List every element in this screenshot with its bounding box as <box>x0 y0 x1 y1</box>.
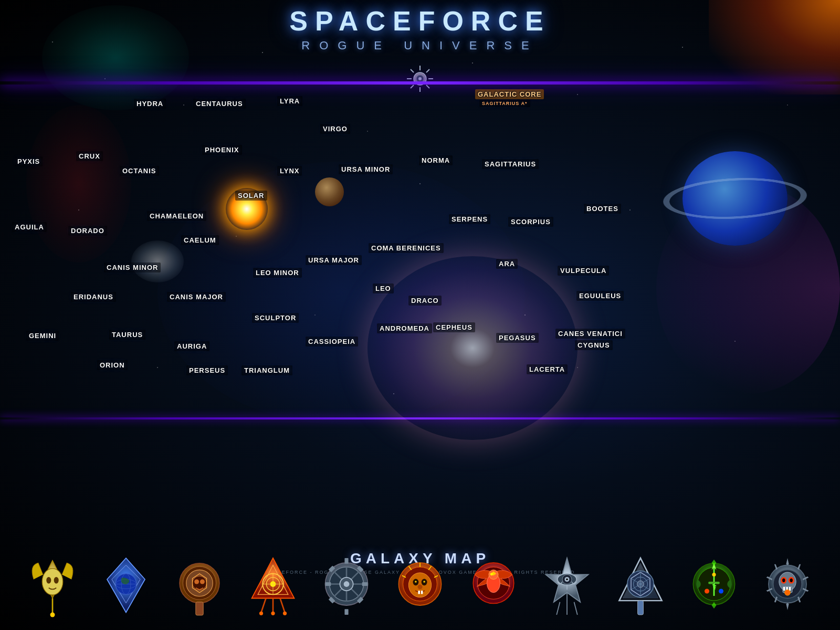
svg-line-37 <box>261 598 266 613</box>
faction-icon-1[interactable] <box>21 547 84 626</box>
faction-icon-6[interactable] <box>388 547 452 626</box>
svg-rect-29 <box>196 602 203 615</box>
svg-point-108 <box>719 589 723 594</box>
label-orion: ORION <box>97 360 128 370</box>
label-perseus: PERSEUS <box>186 365 228 375</box>
planet-small <box>315 177 344 206</box>
label-crux: CRUX <box>76 151 103 161</box>
svg-rect-128 <box>783 587 785 591</box>
faction-icon-9[interactable] <box>609 547 672 626</box>
svg-rect-98 <box>638 601 644 615</box>
svg-point-2 <box>418 77 422 80</box>
label-virgo: VIRGO <box>320 124 350 134</box>
label-galactic-core: GALACTIC CORE <box>475 89 544 99</box>
label-hydra: HYDRA <box>134 99 166 109</box>
faction-icon-4[interactable] <box>242 547 304 626</box>
label-octanis: OCTANIS <box>120 166 159 176</box>
label-vulpecula: VULPECULA <box>558 266 609 276</box>
label-pyxis: PYXIS <box>15 156 43 166</box>
label-pegasus: PEGASUS <box>496 333 539 343</box>
main-container: SPACEFORCE ROGUE UNIVERSE <box>0 0 840 630</box>
svg-point-13 <box>46 577 51 584</box>
svg-point-70 <box>423 581 425 583</box>
label-taurus: TAURUS <box>109 330 145 340</box>
label-caelum: CAELUM <box>181 235 219 245</box>
title-area: SPACEFORCE ROGUE UNIVERSE <box>0 5 840 52</box>
main-title: SPACEFORCE <box>0 5 840 37</box>
faction-icon-2[interactable] <box>94 547 158 626</box>
label-canis-minor: CANIS MINOR <box>104 262 161 272</box>
svg-point-42 <box>283 612 287 615</box>
label-solar: SOLAR <box>235 191 267 201</box>
label-gemini: GEMINI <box>26 331 59 341</box>
label-lacerta: LACERTA <box>527 364 568 374</box>
galaxy-map-section: GALAXY MAP SPACEFORCE - ROGUE UNIVERSE G… <box>0 525 840 630</box>
planet-ring <box>646 171 824 225</box>
faction-icon-3[interactable] <box>168 547 231 626</box>
planet-saturn <box>682 151 788 246</box>
label-norma: NORMA <box>419 155 453 165</box>
sub-title: ROGUE UNIVERSE <box>0 39 840 52</box>
svg-rect-72 <box>418 591 420 594</box>
label-cygnus: CYGNUS <box>575 340 613 350</box>
svg-point-131 <box>785 590 791 595</box>
svg-point-84 <box>566 579 568 581</box>
svg-point-69 <box>415 581 417 583</box>
svg-point-12 <box>42 569 63 595</box>
svg-point-26 <box>193 576 207 590</box>
galaxy-spiral <box>368 256 578 440</box>
label-trianglum: TRIANGLUM <box>242 365 292 375</box>
label-auriga: AURIGA <box>174 341 209 351</box>
label-leo: LEO <box>373 284 394 293</box>
svg-rect-54 <box>362 582 368 586</box>
label-eridanus: ERIDANUS <box>71 292 116 302</box>
label-sculptor: SCULPTOR <box>252 313 299 323</box>
svg-point-27 <box>194 580 199 584</box>
svg-point-41 <box>271 612 275 615</box>
faction-icon-11[interactable] <box>756 547 819 626</box>
svg-rect-52 <box>344 609 348 615</box>
label-ursa-minor: URSA MINOR <box>339 164 393 174</box>
label-bootes: BOOTES <box>584 204 621 214</box>
svg-point-125 <box>782 579 785 582</box>
faction-icon-7[interactable] <box>462 547 525 626</box>
label-scorpius: SCORPIUS <box>508 217 553 227</box>
label-coma-berenices: COMA BERENICES <box>369 243 444 253</box>
label-sagittarius: SAGITTARIUS <box>482 159 539 169</box>
faction-icon-5[interactable] <box>315 547 378 626</box>
label-lynx: LYNX <box>277 166 302 176</box>
svg-point-40 <box>259 612 263 615</box>
svg-point-126 <box>790 579 793 582</box>
svg-rect-51 <box>344 558 348 564</box>
label-phoenix: PHOENIX <box>202 145 242 155</box>
label-draco: DRACO <box>408 296 442 306</box>
label-canis-major: CANIS MAJOR <box>167 292 226 302</box>
svg-line-87 <box>574 602 578 615</box>
svg-point-14 <box>54 577 59 584</box>
svg-point-16 <box>50 613 55 617</box>
svg-point-71 <box>418 584 423 589</box>
svg-text:⚕: ⚕ <box>712 582 717 591</box>
map-area: HYDRA CENTAURUS LYRA GALACTIC CORE SAGIT… <box>0 83 840 525</box>
label-sagittarius-a: SAGITTARIUS A* <box>479 100 530 107</box>
label-cepheus: CEPHEUS <box>433 322 475 332</box>
svg-point-109 <box>712 573 716 576</box>
label-centaurus: CENTAURUS <box>193 99 246 109</box>
label-andromeda: ANDROMEDA <box>377 323 432 333</box>
label-ursa-major: URSA MAJOR <box>306 255 362 265</box>
label-cassiopeia: CASSIOPEIA <box>306 337 358 346</box>
faction-icon-10[interactable]: ⚕ <box>682 547 746 626</box>
svg-rect-53 <box>326 582 331 586</box>
svg-point-50 <box>344 581 350 587</box>
svg-marker-111 <box>786 558 789 565</box>
white-cluster <box>131 240 184 282</box>
label-eguuleus: EGUULEUS <box>576 291 624 301</box>
svg-line-9 <box>426 69 429 72</box>
label-aguila: AGUILA <box>12 222 47 232</box>
svg-marker-120 <box>774 564 778 570</box>
label-canes-venatici: CANES VENATICI <box>555 329 625 339</box>
faction-icon-8[interactable] <box>536 547 598 626</box>
svg-point-79 <box>490 573 493 575</box>
label-leo-minor: LEO MINOR <box>253 268 302 278</box>
svg-line-7 <box>411 69 414 72</box>
